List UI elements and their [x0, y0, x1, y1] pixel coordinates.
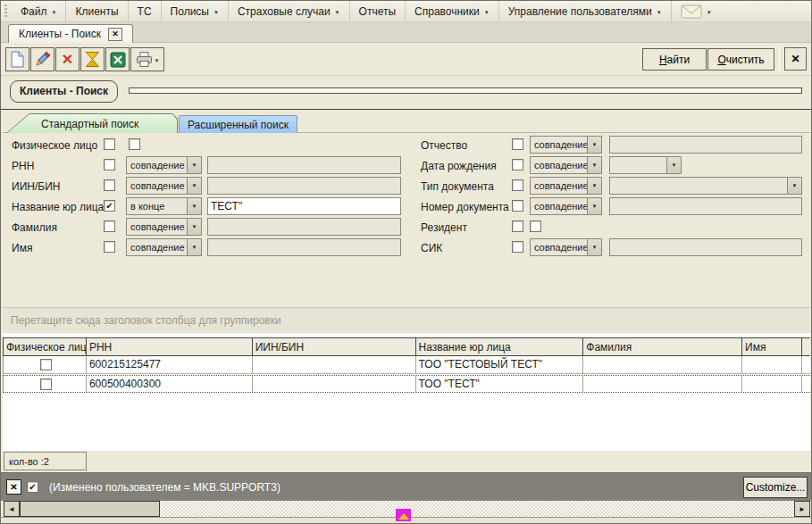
- chevron-down-icon: [192, 204, 197, 209]
- column-header-individual[interactable]: Физическое лицо: [4, 338, 87, 355]
- org-name-enable-checkbox[interactable]: [104, 200, 115, 212]
- combo-arrow-button[interactable]: [187, 219, 201, 235]
- column-header-rnn[interactable]: РНН: [87, 338, 253, 355]
- delete-button[interactable]: [55, 47, 80, 71]
- menu-clients-label: Клиенты: [75, 5, 118, 18]
- doc-number-enable-checkbox[interactable]: [512, 200, 523, 212]
- doc-number-input[interactable]: [609, 197, 802, 215]
- header-rule: [129, 87, 802, 94]
- tab-advanced-search[interactable]: Расширенный поиск: [179, 115, 297, 133]
- patronymic-match-combo[interactable]: совпадение: [530, 136, 602, 154]
- combo-arrow-button[interactable]: [587, 239, 601, 255]
- surname-enable-checkbox[interactable]: [104, 220, 115, 232]
- birthdate-date-combo[interactable]: [609, 156, 682, 174]
- rnn-enable-checkbox[interactable]: [104, 159, 115, 171]
- combo-arrow-button[interactable]: [587, 157, 601, 173]
- document-tab-clients-search[interactable]: Клиенты - Поиск: [8, 24, 133, 43]
- row-individual-checkbox[interactable]: [40, 378, 52, 390]
- combo-arrow-button[interactable]: [587, 178, 601, 194]
- new-document-button[interactable]: [5, 47, 29, 71]
- menu-reports[interactable]: Отчеты: [350, 1, 406, 21]
- menu-insurance-cases[interactable]: Страховые случаи: [229, 1, 350, 21]
- org-name-input[interactable]: [207, 197, 401, 215]
- firstname-enable-checkbox[interactable]: [104, 241, 115, 253]
- clear-button[interactable]: Очистить: [707, 48, 774, 71]
- grid-row-1[interactable]: 600215125477 ТОО "ТЕСТОВЫЙ ТЕСТ": [3, 356, 810, 374]
- doc-type-value-combo[interactable]: [609, 177, 802, 195]
- doc-type-enable-checkbox[interactable]: [512, 179, 523, 191]
- cell-rnn: 600500400300: [87, 376, 253, 392]
- individual-value-checkbox[interactable]: [129, 138, 140, 150]
- sik-match-combo[interactable]: совпадение: [530, 238, 602, 256]
- resident-value-checkbox[interactable]: [530, 220, 541, 232]
- iin-bin-match-combo[interactable]: совпадение: [126, 177, 202, 195]
- combo-arrow-button[interactable]: [187, 198, 201, 214]
- combo-arrow-button[interactable]: [787, 178, 801, 194]
- menu-ts-label: ТС: [138, 5, 152, 18]
- status-filter-checkbox[interactable]: [27, 481, 38, 493]
- toolbar-grip-handle[interactable]: [4, 4, 10, 18]
- menu-clients[interactable]: Клиенты: [66, 1, 128, 21]
- find-button[interactable]: Найти: [642, 48, 707, 71]
- doc-type-match-combo[interactable]: совпадение: [530, 177, 602, 195]
- menu-policies[interactable]: Полисы: [162, 1, 229, 21]
- scroll-right-button[interactable]: [794, 501, 810, 517]
- sik-input[interactable]: [609, 238, 802, 256]
- iin-bin-enable-checkbox[interactable]: [104, 179, 115, 191]
- menu-user-management[interactable]: Управление пользователями: [499, 1, 672, 21]
- print-button[interactable]: [130, 47, 164, 71]
- tab-standard-search[interactable]: Стандартный поиск: [6, 113, 178, 133]
- status-close-button[interactable]: [6, 479, 21, 495]
- combo-arrow-button[interactable]: [587, 137, 601, 153]
- cell-iin-bin: [253, 376, 416, 392]
- menu-mail[interactable]: [672, 1, 721, 21]
- label-patronymic: Отчество: [421, 139, 467, 152]
- birthdate-match-value: совпадение: [531, 157, 587, 173]
- combo-arrow-button[interactable]: [187, 239, 201, 255]
- sik-enable-checkbox[interactable]: [512, 241, 523, 253]
- customize-button[interactable]: Customize...: [743, 477, 808, 498]
- row-individual-checkbox[interactable]: [40, 359, 52, 370]
- column-header-org-name[interactable]: Название юр лица: [416, 338, 584, 355]
- combo-arrow-button[interactable]: [587, 198, 601, 214]
- column-header-firstname[interactable]: Имя: [742, 338, 802, 355]
- resident-enable-checkbox[interactable]: [512, 220, 523, 232]
- close-search-panel-button[interactable]: [784, 47, 807, 71]
- label-resident: Резидент: [421, 221, 467, 234]
- birthdate-match-combo[interactable]: совпадение: [530, 156, 602, 174]
- firstname-match-combo[interactable]: совпадение: [126, 238, 202, 256]
- iin-bin-input[interactable]: [207, 177, 401, 195]
- column-header-surname[interactable]: Фамилия: [583, 338, 742, 355]
- chevron-down-icon: [792, 183, 798, 188]
- export-excel-button[interactable]: [105, 47, 130, 71]
- horizontal-scrollbar-thumb[interactable]: [20, 501, 160, 517]
- doc-number-match-combo[interactable]: совпадение: [530, 197, 602, 215]
- rnn-input[interactable]: [207, 156, 401, 174]
- menu-directories[interactable]: Справочники: [406, 1, 499, 21]
- firstname-input[interactable]: [207, 238, 401, 256]
- birthdate-enable-checkbox[interactable]: [512, 159, 523, 171]
- individual-enable-checkbox[interactable]: [104, 138, 115, 150]
- fit-columns-button[interactable]: [80, 47, 105, 71]
- org-name-match-combo[interactable]: в конце: [126, 197, 202, 215]
- patronymic-enable-checkbox[interactable]: [512, 138, 523, 150]
- label-iin-bin: ИИН/БИН: [12, 180, 60, 193]
- grid-group-panel[interactable]: Перетащите сюда заголовок столбца для гр…: [3, 307, 810, 333]
- scroll-left-button[interactable]: [4, 501, 20, 517]
- combo-arrow-button[interactable]: [187, 178, 201, 194]
- surname-input[interactable]: [207, 218, 401, 236]
- edit-button[interactable]: [30, 47, 54, 71]
- tab-close-icon[interactable]: [108, 28, 122, 41]
- combo-arrow-button[interactable]: [666, 157, 681, 173]
- column-header-iin-bin[interactable]: ИИН/БИН: [253, 338, 416, 355]
- grid-row-2-focused[interactable]: 600500400300 ТОО "ТЕСТ": [3, 375, 810, 393]
- menu-ts[interactable]: ТС: [129, 1, 162, 21]
- cell-filler: [802, 356, 810, 373]
- cell-iin-bin: [253, 356, 416, 373]
- patronymic-input[interactable]: [609, 136, 802, 154]
- cell-surname: [583, 376, 742, 392]
- surname-match-combo[interactable]: совпадение: [126, 218, 202, 236]
- rnn-match-combo[interactable]: совпадение: [126, 156, 202, 174]
- menu-file[interactable]: Файл: [12, 1, 66, 21]
- combo-arrow-button[interactable]: [187, 157, 201, 173]
